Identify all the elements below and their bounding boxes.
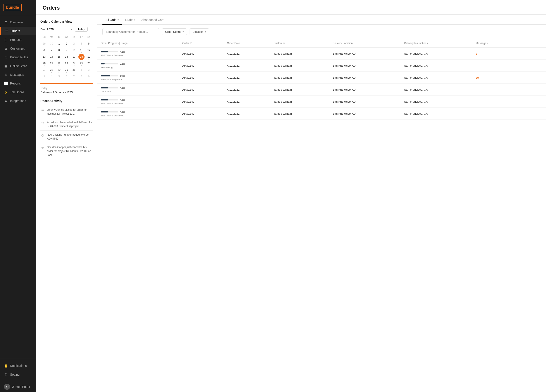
progress-bar-bg (101, 63, 118, 65)
row-more-button[interactable]: ⋮ (520, 75, 526, 80)
sidebar-item-reports[interactable]: 📊Reports (0, 79, 36, 88)
table-row[interactable]: 22% Processing AFG13424/12/2022James Wil… (97, 60, 546, 72)
progress-bar-fill (101, 111, 108, 112)
calendar-day[interactable]: 6 (63, 73, 69, 79)
sidebar-item-products[interactable]: ⬚Products (0, 35, 36, 44)
calendar-day[interactable]: 25 (78, 60, 84, 66)
calendar-day[interactable]: 30 (63, 67, 69, 73)
calendar-day[interactable]: 10 (71, 47, 77, 53)
order-delivery-location: San Francisco, CA (329, 84, 401, 96)
calendar-day[interactable]: 29 (41, 41, 47, 47)
cal-days: 2930123456789101112131415161718192021222… (40, 40, 93, 80)
calendar-day[interactable]: 9 (63, 47, 69, 53)
settings-icon: ⚙ (4, 372, 8, 377)
calendar-day[interactable]: 31 (71, 67, 77, 73)
table-row[interactable]: 42% 25/57 Items Delivered AFG13424/12/20… (97, 96, 546, 108)
calendar-day[interactable]: 15 (56, 54, 62, 60)
row-more-button[interactable]: ⋮ (520, 99, 526, 104)
calendar-day[interactable]: 21 (48, 60, 55, 66)
calendar-day[interactable]: 24 (71, 60, 77, 66)
order-order-id: AFG1342 (179, 48, 224, 60)
calendar-day[interactable]: 4 (78, 41, 84, 47)
row-more-button[interactable]: ⋮ (520, 111, 526, 116)
pricing-rules-icon: ⬡ (4, 55, 8, 59)
app-logo[interactable]: bundle (4, 4, 22, 11)
cal-prev-button[interactable]: ‹ (70, 27, 73, 32)
calendar-day[interactable]: 28 (48, 67, 55, 73)
calendar-day[interactable]: 2 (86, 67, 92, 73)
tab-all[interactable]: All Orders (102, 15, 122, 25)
tab-drafted[interactable]: Drafted (122, 15, 138, 25)
sidebar-item-integrations[interactable]: ⚙Integrations (0, 97, 36, 105)
cal-today-button[interactable]: Today (75, 27, 88, 32)
tab-abandoned[interactable]: Abandoned Cart (138, 15, 167, 25)
row-more-button[interactable]: ⋮ (520, 51, 526, 56)
order-status-filter[interactable]: Order Status ▾ (162, 28, 187, 35)
calendar-day[interactable]: 3 (41, 73, 47, 79)
sidebar-item-overview[interactable]: ⊙Overview (0, 18, 36, 27)
sidebar-item-notifications[interactable]: 🔔Notifications (0, 361, 36, 370)
overview-icon: ⊙ (4, 20, 8, 24)
sidebar-item-messages[interactable]: ✉Messages (0, 70, 36, 79)
calendar-day[interactable]: 18 (78, 54, 84, 60)
calendar-day[interactable]: 5 (86, 41, 92, 47)
calendar-day[interactable]: 7 (48, 47, 55, 53)
calendar-day[interactable]: 1 (78, 67, 84, 73)
calendar-day[interactable]: 30 (48, 41, 55, 47)
cal-next-button[interactable]: › (89, 27, 93, 32)
activity-text: Jeremy James placed an order for Residen… (47, 108, 93, 116)
calendar-day[interactable]: 8 (56, 47, 62, 53)
sidebar-item-job-board[interactable]: ⚡Job Board (0, 88, 36, 97)
dollar-icon: ⊙ (40, 121, 45, 125)
calendar-day[interactable]: 7 (71, 73, 77, 79)
calendar-day[interactable]: 26 (86, 60, 92, 66)
user-area[interactable]: JP James Potter (0, 381, 36, 392)
progress-percent: 22% (120, 62, 125, 65)
sidebar-item-online-store[interactable]: ▣Online Store (0, 62, 36, 70)
order-delivery-instructions: San Francisco, CA (401, 96, 472, 108)
table-row[interactable]: 55% Ready for Shipment AFG13424/12/2022J… (97, 72, 546, 84)
calendar-day[interactable]: 11 (78, 47, 84, 53)
search-input[interactable] (102, 28, 159, 35)
row-more-button[interactable]: ⋮ (520, 87, 526, 92)
calendar-day[interactable]: 16 (63, 54, 69, 60)
calendar-day[interactable]: 20 (41, 60, 47, 66)
row-more-button[interactable]: ⋮ (520, 63, 526, 68)
order-order-id: AFG1342 (179, 84, 224, 96)
sidebar-item-pricing-rules[interactable]: ⬡Pricing Rules (0, 53, 36, 62)
order-stage: Completed (101, 90, 175, 93)
calendar-day[interactable]: 12 (86, 47, 92, 53)
order-messages (472, 84, 516, 96)
calendar-day[interactable]: 19 (86, 54, 92, 60)
calendar-day[interactable]: 4 (48, 73, 55, 79)
table-row[interactable]: 42% 25/57 Items Delivered AFG13424/12/20… (97, 108, 546, 120)
table-row[interactable]: 42% Completed AFG13424/12/2022James Will… (97, 84, 546, 96)
order-customer: James William (270, 108, 329, 120)
customers-icon: ♟ (4, 46, 8, 51)
sidebar-item-orders[interactable]: ☰Orders (0, 27, 36, 35)
calendar-day[interactable]: 9 (86, 73, 92, 79)
cal-day-header: We (63, 35, 70, 39)
calendar-day[interactable]: 6 (41, 47, 47, 53)
calendar-day[interactable]: 14 (48, 54, 55, 60)
calendar-day[interactable]: 8 (78, 73, 84, 79)
calendar-day[interactable]: 23 (63, 60, 69, 66)
chevron-down-icon: ▾ (182, 31, 184, 33)
calendar-day[interactable]: 29 (56, 67, 62, 73)
order-delivery-location: San Francisco, CA (329, 48, 401, 60)
calendar-day[interactable]: 27 (41, 67, 47, 73)
sidebar-item-customers[interactable]: ♟Customers (0, 44, 36, 53)
sidebar-item-settings[interactable]: ⚙Setting (0, 370, 36, 379)
content-area: Orders Calendar View Dec 2020 ‹ Today › … (36, 15, 546, 392)
calendar-day[interactable]: 3 (71, 41, 77, 47)
sidebar-item-label: Orders (11, 29, 20, 33)
calendar-day[interactable]: 22 (56, 60, 62, 66)
location-filter[interactable]: Location ▾ (189, 28, 209, 35)
calendar-day[interactable]: 13 (41, 54, 47, 60)
calendar-day[interactable]: 1 (56, 41, 62, 47)
activity-item: ⊙An admin placed a bid in Job Board for … (40, 118, 93, 131)
calendar-day[interactable]: 17 (71, 54, 77, 60)
table-row[interactable]: 42% 25/57 Items Delivered AFG13424/12/20… (97, 48, 546, 60)
calendar-day[interactable]: 2 (63, 41, 69, 47)
calendar-day[interactable]: 5 (56, 73, 62, 79)
